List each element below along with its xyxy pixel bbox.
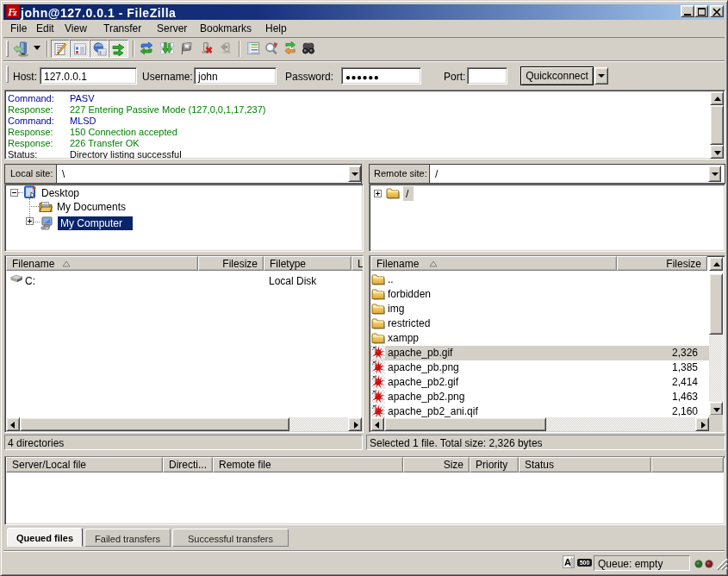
svg-text:z: z [13,8,18,17]
